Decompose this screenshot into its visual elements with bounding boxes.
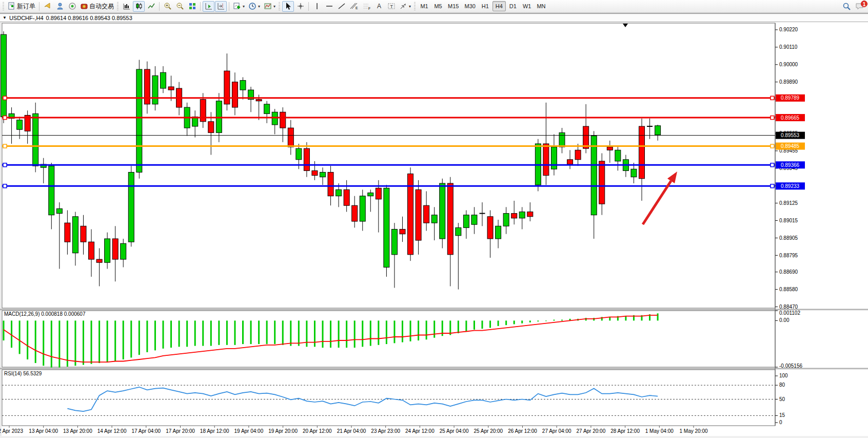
timeframe-M1[interactable]: M1 — [418, 1, 431, 11]
svg-text:21 Apr 04:00: 21 Apr 04:00 — [337, 428, 366, 434]
svg-text:20 Apr 12:00: 20 Apr 12:00 — [303, 428, 332, 434]
shapes-button[interactable]: ▾ — [398, 1, 412, 12]
svg-text:0.88795: 0.88795 — [779, 253, 798, 258]
svg-text:50: 50 — [779, 396, 785, 402]
chart-svg[interactable]: 0.902200.901100.900000.898900.897800.896… — [0, 22, 868, 438]
svg-text:25 Apr 04:00: 25 Apr 04:00 — [440, 428, 469, 434]
line-chart-button[interactable] — [145, 1, 157, 12]
svg-text:13 Apr 20:00: 13 Apr 20:00 — [63, 428, 92, 434]
dropdown-arrow-icon: ▾ — [273, 4, 275, 9]
svg-text:0.89233: 0.89233 — [781, 183, 800, 189]
main-toolbar: 新订单 自动交易 ▾ ▾ — [0, 0, 868, 13]
svg-text:15: 15 — [779, 412, 785, 418]
svg-text:0.89665: 0.89665 — [781, 115, 800, 121]
clock-icon — [248, 2, 257, 10]
zoom-in-icon — [164, 2, 172, 10]
chat-button[interactable]: 1 — [853, 1, 866, 12]
shapes-icon — [399, 2, 407, 10]
zoom-out-icon — [176, 2, 184, 10]
calendar-button[interactable] — [54, 1, 66, 12]
search-button[interactable] — [841, 1, 853, 12]
timeframe-H4[interactable]: H4 — [492, 1, 506, 11]
timeframe-MN[interactable]: MN — [534, 1, 548, 11]
bar-chart-button[interactable] — [121, 1, 132, 12]
svg-text:28 Apr 12:00: 28 Apr 12:00 — [610, 428, 640, 434]
zoom-out-button[interactable] — [174, 1, 186, 12]
new-order-icon — [8, 2, 16, 10]
svg-text:0.90000: 0.90000 — [779, 62, 798, 67]
sound-alert-icon — [44, 2, 52, 10]
hline-button[interactable] — [323, 1, 335, 12]
svg-text:F: F — [368, 7, 370, 10]
cursor-button[interactable] — [282, 1, 294, 12]
candle-chart-button[interactable] — [133, 1, 145, 12]
toolbar-grip — [117, 2, 119, 11]
dropdown-arrow-icon: ▾ — [258, 4, 260, 9]
svg-text:A: A — [377, 3, 381, 10]
fibo-button[interactable]: E — [348, 1, 360, 12]
svg-text:23 Apr 23:00: 23 Apr 23:00 — [371, 428, 400, 434]
timeframe-W1[interactable]: W1 — [520, 1, 534, 11]
new-chart-button[interactable]: ▾ — [231, 1, 246, 12]
svg-text:12 Apr 2023: 12 Apr 2023 — [0, 428, 23, 434]
svg-text:0.89485: 0.89485 — [781, 143, 800, 149]
label-t-icon: T — [387, 2, 396, 10]
new-order-label: 新订单 — [17, 2, 35, 11]
chart-shift-button[interactable] — [215, 1, 227, 12]
toolbar-grip — [279, 2, 280, 11]
svg-text:T: T — [390, 4, 393, 9]
text-button[interactable]: A — [373, 1, 385, 12]
zoom-in-button[interactable] — [162, 1, 173, 12]
chart-title-symbol: USDCHF-,H4 — [9, 15, 44, 21]
label-button[interactable]: T — [385, 1, 397, 12]
crosshair-button[interactable] — [294, 1, 306, 12]
svg-text:27 Apr 20:00: 27 Apr 20:00 — [577, 428, 606, 434]
vline-button[interactable] — [311, 1, 323, 12]
svg-text:0.88690: 0.88690 — [779, 269, 798, 275]
text-a-icon: A — [376, 2, 383, 10]
timeframe-M30[interactable]: M30 — [462, 1, 478, 11]
svg-text:27 Apr 04:00: 27 Apr 04:00 — [542, 428, 571, 434]
indicators-button[interactable]: ▾ — [262, 1, 277, 12]
grid-button[interactable]: F — [361, 1, 372, 12]
candle-chart-icon — [135, 2, 143, 10]
bar-chart-icon — [123, 2, 131, 10]
tile-windows-icon — [188, 2, 196, 10]
trendline-icon — [338, 2, 346, 10]
svg-text:0.89015: 0.89015 — [779, 218, 798, 223]
svg-text:0.88470: 0.88470 — [779, 304, 798, 310]
svg-text:0.001102: 0.001102 — [779, 310, 800, 316]
period-button[interactable]: ▾ — [247, 1, 262, 12]
trendline-button[interactable] — [336, 1, 347, 12]
indicators-icon — [264, 2, 272, 10]
signal-button[interactable] — [66, 1, 78, 12]
svg-text:0.88580: 0.88580 — [779, 287, 798, 292]
new-order-button[interactable]: 新订单 — [6, 1, 37, 12]
dropdown-arrow-icon: ▾ — [409, 4, 411, 9]
auto-trading-button[interactable]: 自动交易 — [78, 1, 115, 12]
auto-scroll-button[interactable] — [203, 1, 214, 12]
tile-windows-button[interactable] — [186, 1, 198, 12]
svg-text:24 Apr 12:00: 24 Apr 12:00 — [405, 428, 435, 434]
dropdown-arrow-icon: ▾ — [243, 4, 245, 9]
separator — [229, 2, 229, 11]
chart-window: ▼ USDCHF-,H4 0.89614 0.89616 0.89543 0.8… — [0, 13, 868, 438]
svg-text:14 Apr 12:00: 14 Apr 12:00 — [97, 428, 127, 434]
svg-text:-0.005156: -0.005156 — [779, 363, 802, 369]
svg-text:0.89789: 0.89789 — [781, 95, 800, 101]
svg-text:0.88905: 0.88905 — [779, 235, 798, 241]
auto-trading-icon — [80, 2, 88, 10]
timeframe-H1[interactable]: H1 — [479, 1, 492, 11]
calendar-icon — [56, 2, 64, 10]
svg-text:0.89553: 0.89553 — [781, 132, 800, 138]
timeframe-D1[interactable]: D1 — [506, 1, 520, 11]
svg-text:0.89366: 0.89366 — [781, 162, 800, 168]
svg-text:80: 80 — [779, 382, 785, 388]
timeframe-M15[interactable]: M15 — [445, 1, 461, 11]
separator — [200, 2, 201, 11]
sound-alert-button[interactable] — [42, 1, 53, 12]
toolbar-grip — [3, 2, 4, 11]
timeframe-M5[interactable]: M5 — [431, 1, 445, 11]
svg-text:0.89125: 0.89125 — [779, 200, 798, 206]
chart-title-bar[interactable]: ▼ USDCHF-,H4 0.89614 0.89616 0.89543 0.8… — [0, 14, 868, 22]
